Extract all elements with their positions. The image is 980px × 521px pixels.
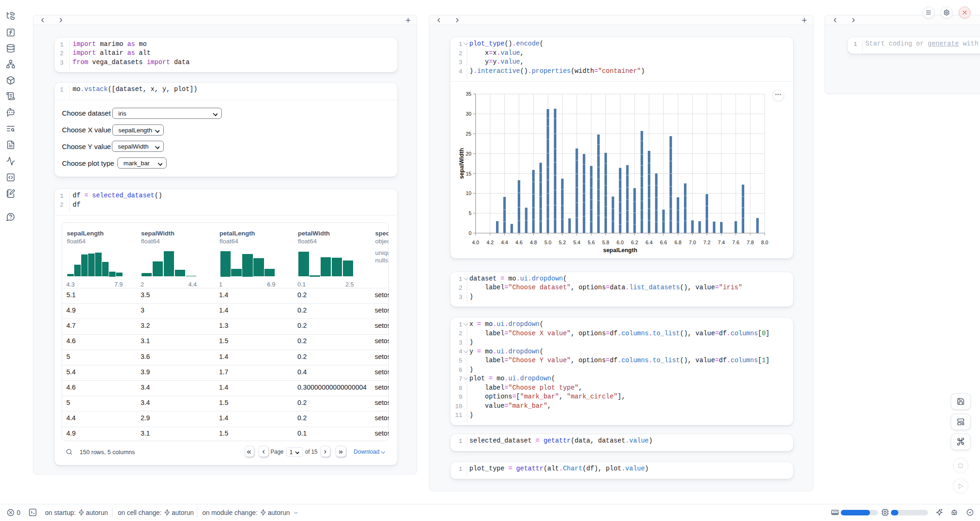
svg-text:4.6: 4.6 xyxy=(516,240,522,245)
svg-text:4.8: 4.8 xyxy=(530,240,537,245)
svg-text:5.6: 5.6 xyxy=(588,240,595,245)
svg-text:4.4: 4.4 xyxy=(501,240,508,245)
svg-text:7.8: 7.8 xyxy=(747,240,754,245)
svg-text:6.6: 6.6 xyxy=(660,240,667,245)
svg-text:7.6: 7.6 xyxy=(732,240,739,245)
svg-text:5.0: 5.0 xyxy=(544,240,551,245)
svg-text:4.0: 4.0 xyxy=(472,240,479,245)
svg-text:sepalWidth: sepalWidth xyxy=(458,148,465,179)
svg-text:7.2: 7.2 xyxy=(703,240,710,245)
svg-text:0: 0 xyxy=(469,230,471,236)
svg-text:6.0: 6.0 xyxy=(617,240,624,245)
svg-text:4.2: 4.2 xyxy=(487,240,494,245)
svg-text:5.2: 5.2 xyxy=(559,240,566,245)
svg-text:6.2: 6.2 xyxy=(631,240,638,245)
svg-text:20: 20 xyxy=(466,151,471,156)
svg-text:5.4: 5.4 xyxy=(573,240,580,245)
svg-text:10: 10 xyxy=(466,190,471,196)
svg-text:7.0: 7.0 xyxy=(689,240,696,245)
svg-text:6.4: 6.4 xyxy=(645,240,652,245)
svg-text:25: 25 xyxy=(466,131,471,137)
svg-text:8.0: 8.0 xyxy=(761,240,768,245)
svg-text:30: 30 xyxy=(466,111,471,117)
svg-text:7.4: 7.4 xyxy=(718,240,725,245)
svg-text:15: 15 xyxy=(466,171,471,176)
svg-text:6.8: 6.8 xyxy=(674,240,681,245)
svg-text:5.8: 5.8 xyxy=(602,240,609,245)
svg-text:sepalLength: sepalLength xyxy=(603,247,638,254)
svg-text:35: 35 xyxy=(466,91,471,97)
svg-text:5: 5 xyxy=(469,210,471,216)
